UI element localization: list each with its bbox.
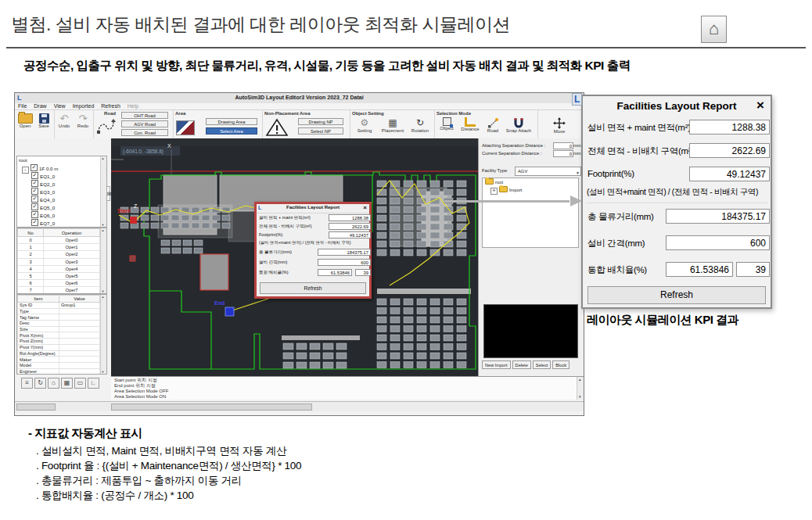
road-button[interactable]: OHT Road [121, 112, 168, 119]
sidebar-tool-button[interactable]: ≡ [21, 378, 33, 389]
tree-item-equipment[interactable]: EQ1_0 [17, 172, 106, 180]
table-row[interactable]: Desc [18, 321, 100, 327]
scrollbar-thumb[interactable] [111, 403, 312, 411]
checkbox-icon[interactable] [31, 211, 38, 218]
table-row[interactable]: 5Oper5 [18, 272, 100, 279]
dialog-titlebar[interactable]: L Facilities Layout Report × [257, 204, 369, 213]
table-row[interactable]: 7Oper7 [18, 287, 100, 294]
menu-item[interactable]: Help [128, 103, 138, 109]
facility-type-dropdown[interactable]: AGV [515, 167, 581, 176]
tree-item-equipment[interactable]: EQ2_0 [17, 180, 106, 188]
preview-action-button[interactable]: Select [533, 360, 552, 369]
table-row[interactable]: Sys IDGroup1 [18, 303, 100, 309]
sidebar-tool-button[interactable]: ▭ [74, 378, 86, 389]
sidebar-tool-button[interactable]: ⌂ [48, 378, 59, 389]
checkbox-icon[interactable] [31, 203, 38, 210]
tree-item-equipment[interactable]: EQ7_0 [17, 219, 106, 227]
scrollbar-thumb[interactable] [16, 403, 56, 411]
field-value[interactable]: 600 [318, 259, 371, 266]
collapse-icon[interactable] [22, 167, 29, 174]
menu-item[interactable]: Draw [34, 103, 46, 109]
end-marker[interactable] [225, 307, 234, 316]
facility-tree-import[interactable]: Import [483, 186, 578, 194]
move-button[interactable]: Move [548, 117, 570, 134]
table-row[interactable]: Pivot Z(mm) [18, 339, 100, 345]
tree-item-equipment[interactable]: EQ5_0 [17, 203, 106, 211]
field-value[interactable]: 184375.17 [318, 249, 371, 256]
table-row[interactable]: Pivot Y(mm) [18, 344, 100, 350]
tree-item-equipment[interactable]: EQ4_0 [17, 195, 106, 203]
tree-item-equipment[interactable]: EQ6_0 [17, 211, 106, 219]
refresh-button[interactable]: Refresh [260, 282, 366, 294]
close-icon[interactable]: × [363, 204, 367, 211]
checkbox-icon[interactable] [31, 219, 38, 226]
table-row[interactable]: 2Oper2 [18, 251, 100, 258]
field-value[interactable]: 1288.38 [329, 214, 371, 221]
preview-action-button[interactable]: New Import [482, 360, 511, 369]
sidebar-tool-button[interactable]: ∟ [88, 378, 99, 389]
table-row[interactable]: 4Oper4 [18, 265, 100, 272]
redo-button[interactable]: ↷Redo [74, 113, 92, 128]
app-titlebar[interactable]: L AutoSim3D Layout Editor3 Version 2023_… [15, 93, 584, 104]
menu-item[interactable]: View [54, 103, 66, 109]
checkbox-icon[interactable] [31, 172, 38, 179]
sidebar-tool-button[interactable]: ▦ [61, 378, 73, 389]
setting-button[interactable]: ⚙Setting [351, 117, 378, 133]
facility-tree-root[interactable]: root [483, 178, 578, 186]
field-value[interactable]: 2622.69 [329, 223, 371, 230]
field-value[interactable]: 1288.38 [689, 120, 770, 134]
tree-floor-item[interactable]: 1F 0.0 m [17, 164, 106, 172]
tree-root-label[interactable]: root [17, 156, 106, 164]
table-row[interactable]: 0Oper0 [18, 237, 100, 244]
table-row[interactable]: 3Oper3 [18, 258, 100, 265]
tree-item-equipment[interactable]: EQ3_0 [17, 188, 106, 195]
drawing-np-button[interactable]: Drawing NP [298, 118, 343, 125]
table-row[interactable]: Model [18, 362, 100, 368]
checkbox-icon[interactable] [31, 164, 38, 171]
log-scrollbar[interactable] [577, 377, 584, 400]
placement-button[interactable]: ▦Placement [378, 117, 408, 133]
save-button[interactable]: Save [35, 113, 52, 128]
field-value[interactable]: 184375.17 [666, 209, 770, 224]
field-value[interactable]: 49.12437 [329, 231, 371, 238]
road-button[interactable]: Con. Road [121, 129, 168, 136]
preview-action-button[interactable]: Delete [512, 360, 531, 369]
close-icon[interactable]: × [756, 98, 764, 113]
road-button[interactable]: AGV Road [121, 120, 168, 127]
table-row[interactable]: Type [18, 308, 100, 314]
equipment-tree[interactable]: root 1F 0.0 m EQ1_0EQ2_0EQ3_0EQ4_0EQ5_0E… [16, 156, 107, 228]
table-row[interactable]: 6Oper6 [18, 280, 100, 287]
operation-scrollbar[interactable] [100, 228, 106, 293]
menu-item[interactable]: File [18, 103, 27, 109]
preview-viewport[interactable] [483, 304, 578, 358]
start-marker[interactable] [130, 217, 137, 224]
snap-attach-button[interactable]: Snap Attach [503, 117, 534, 133]
drawing-area-button[interactable]: Drawing Area [206, 118, 257, 125]
distance-button[interactable]: Distance [458, 117, 483, 131]
menu-item[interactable]: Imported [73, 103, 95, 109]
field-value[interactable]: 49.12437 [689, 167, 770, 181]
table-row[interactable]: 1Oper1 [18, 244, 100, 251]
rotation-button[interactable]: ↻Rotation [408, 117, 433, 133]
road-select-button[interactable]: Road [483, 117, 503, 133]
checkbox-icon[interactable] [31, 180, 38, 187]
select-np-button[interactable]: Select NP [298, 127, 343, 134]
undo-button[interactable]: ↶Undo [56, 113, 73, 128]
select-area-button[interactable]: Select Area [206, 127, 257, 134]
refresh-button[interactable]: Refresh [587, 286, 766, 304]
sidebar-tool-button[interactable]: ↻ [34, 378, 46, 389]
attach-distance-input[interactable] [553, 142, 573, 149]
property-scrollbar[interactable] [100, 295, 106, 374]
table-row[interactable]: Engineer [18, 368, 100, 375]
horizontal-scrollbar[interactable] [15, 401, 584, 411]
table-row[interactable]: Maker [18, 357, 100, 363]
object-select-button[interactable]: Object [436, 117, 458, 131]
field-value[interactable]: 2622.69 [689, 143, 770, 158]
table-row[interactable]: Pivot X(mm) [18, 332, 100, 339]
menu-item[interactable]: Refresh [101, 103, 120, 109]
open-button[interactable]: Open [16, 113, 34, 128]
facility-tree[interactable]: root Import [482, 178, 579, 248]
checkbox-icon[interactable] [31, 195, 38, 203]
field-value[interactable]: 61.53846 [666, 262, 733, 277]
table-row[interactable]: Rot Angle(Degree) [18, 350, 100, 357]
